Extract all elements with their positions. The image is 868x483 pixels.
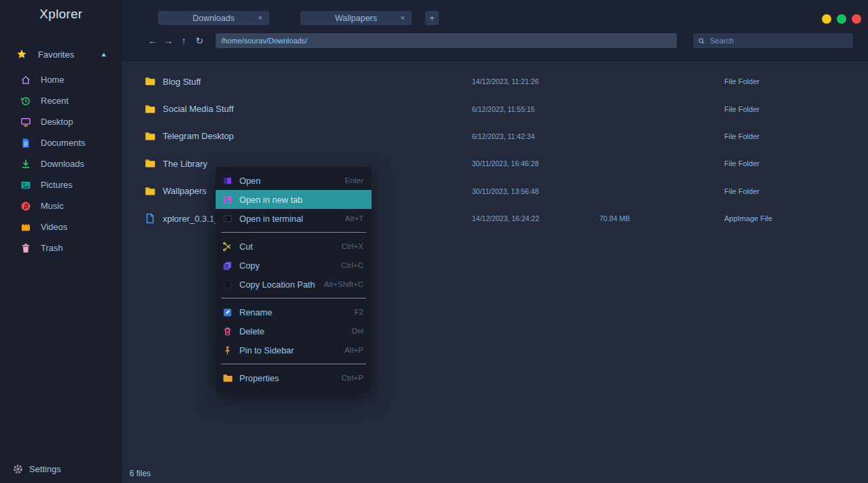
menu-item-shortcut: Ctrl+P: [342, 374, 363, 382]
menu-item-label: Properties: [239, 373, 279, 383]
favorites-label: Favorites: [38, 50, 74, 60]
menu-item-shortcut: Alt+Shift+C: [324, 280, 363, 288]
sidebar-item-label: Music: [41, 201, 64, 211]
new-tab-button[interactable]: +: [425, 11, 439, 25]
context-menu-item[interactable]: Open in terminal Alt+T: [216, 209, 372, 228]
file-name: Blog Stuff: [163, 77, 201, 87]
open-icon: [222, 176, 233, 186]
tab[interactable]: Downloads ×: [158, 11, 269, 25]
file-row[interactable]: Telegram Desktop 6/12/2023, 11:42:34 Fil…: [122, 123, 868, 150]
minimize-button[interactable]: [822, 14, 831, 24]
sidebar-item[interactable]: Recent: [0, 90, 122, 111]
context-menu-item[interactable]: Copy Location Path Alt+Shift+C: [216, 275, 372, 294]
path-input[interactable]: [216, 33, 677, 48]
sidebar-item-label: Documents: [41, 138, 85, 148]
menu-separator: [221, 364, 366, 364]
menu-item-shortcut: Ctrl+X: [342, 242, 363, 250]
home-icon: [20, 75, 31, 85]
location-pin-icon: [222, 279, 233, 290]
sidebar-item-settings[interactable]: Settings: [0, 463, 122, 483]
tab[interactable]: Wallpapers ×: [300, 11, 412, 25]
sidebar-item[interactable]: Desktop: [0, 111, 122, 132]
triangle-up-icon[interactable]: [100, 51, 107, 58]
context-menu-item[interactable]: Pin to Sidebar Alt+P: [216, 341, 372, 360]
file-name: The Library: [163, 159, 208, 169]
terminal-icon: [222, 214, 233, 224]
sidebar-item[interactable]: Home: [0, 69, 122, 90]
context-menu-item[interactable]: Open in new tab: [216, 190, 372, 209]
context-menu-item[interactable]: Properties Ctrl+P: [216, 368, 372, 387]
file-type: File Folder: [724, 132, 760, 140]
tab-label: Downloads: [193, 14, 235, 23]
content-area: Downloads × Wallpapers × + ← → ↑ ↻: [122, 0, 868, 483]
sidebar-item-label: Downloads: [41, 159, 84, 169]
sidebar-item-label: Home: [41, 75, 64, 85]
pictures-icon: [20, 180, 31, 191]
menu-item-label: Rename: [239, 307, 272, 317]
maximize-button[interactable]: [837, 14, 846, 24]
favorites-section-header[interactable]: Favorites: [0, 49, 122, 60]
folder-icon: [144, 158, 155, 169]
file-modified: 6/12/2023, 11:55:15: [472, 105, 535, 113]
folder-icon: [144, 104, 155, 115]
folder-icon: [144, 131, 155, 142]
pin-icon: [222, 345, 233, 355]
sidebar-item-label: Videos: [41, 222, 68, 232]
search-box[interactable]: [693, 33, 853, 48]
forward-button[interactable]: →: [163, 33, 173, 48]
copy-icon: [222, 260, 233, 271]
context-menu-item[interactable]: Rename F2: [216, 303, 372, 322]
file-type: File Folder: [724, 105, 760, 113]
file-type: File Folder: [724, 77, 760, 85]
menu-item-label: Open: [239, 176, 260, 186]
back-button[interactable]: ←: [148, 33, 157, 48]
sidebar-item-label: Pictures: [41, 180, 73, 190]
context-menu-item[interactable]: Copy Ctrl+C: [216, 256, 372, 275]
star-icon: [16, 49, 27, 60]
file-modified: 30/11/2023, 16:46:28: [472, 159, 538, 168]
menu-separator: [221, 298, 366, 298]
menu-item-shortcut: Alt+T: [345, 214, 363, 223]
context-menu: Open Enter Open in new tab Open in termi…: [216, 167, 372, 391]
file-type: AppImage File: [724, 214, 772, 223]
sidebar-item-label: Recent: [41, 96, 68, 106]
file-size: 70.84 MB: [599, 214, 630, 223]
file-name: xplorer_0.3.1_: [163, 214, 219, 224]
menu-item-shortcut: Enter: [345, 176, 364, 185]
tab-close-icon[interactable]: ×: [401, 11, 405, 25]
menu-item-label: Open in new tab: [239, 195, 302, 205]
file-row[interactable]: Social Media Stuff 6/12/2023, 11:55:15 F…: [122, 95, 868, 122]
xplorer-window: Xplorer Favorites Home Recent: [0, 0, 868, 483]
menu-item-label: Pin to Sidebar: [239, 345, 294, 355]
delete-icon: [222, 326, 233, 336]
sidebar-item[interactable]: Videos: [0, 216, 122, 237]
rename-icon: [222, 307, 233, 317]
context-menu-item[interactable]: Open Enter: [216, 171, 372, 190]
menu-item-label: Copy: [239, 260, 260, 271]
downloads-icon: [20, 159, 31, 170]
sidebar-item[interactable]: Music: [0, 195, 122, 216]
file-modified: 14/12/2023, 16:24:22: [472, 214, 539, 223]
sidebar-item[interactable]: Pictures: [0, 174, 122, 195]
nav-buttons: ← → ↑ ↻: [148, 33, 204, 48]
context-menu-item[interactable]: Delete Del: [216, 322, 372, 341]
menu-item-label: Copy Location Path: [239, 279, 315, 290]
file-row[interactable]: Blog Stuff 14/12/2023, 11:21:26 File Fol…: [122, 68, 868, 95]
up-button[interactable]: ↑: [179, 33, 189, 48]
file-type: File Folder: [724, 187, 760, 195]
sidebar-item[interactable]: Documents: [0, 132, 122, 153]
file-modified: 30/11/2023, 13:56:48: [472, 187, 538, 195]
tab-close-icon[interactable]: ×: [258, 11, 262, 25]
search-input[interactable]: [709, 36, 848, 45]
sidebar-item[interactable]: Downloads: [0, 153, 122, 174]
refresh-button[interactable]: ↻: [195, 33, 204, 48]
tab-label: Wallpapers: [335, 14, 377, 23]
music-icon: [20, 201, 31, 212]
menu-item-shortcut: Ctrl+C: [341, 261, 363, 269]
desktop-icon: [20, 117, 31, 128]
properties-icon: [222, 373, 233, 383]
close-button[interactable]: [852, 14, 861, 24]
open-new-tab-icon: [222, 195, 233, 205]
context-menu-item[interactable]: Cut Ctrl+X: [216, 237, 372, 256]
sidebar-item[interactable]: Trash: [0, 237, 122, 258]
